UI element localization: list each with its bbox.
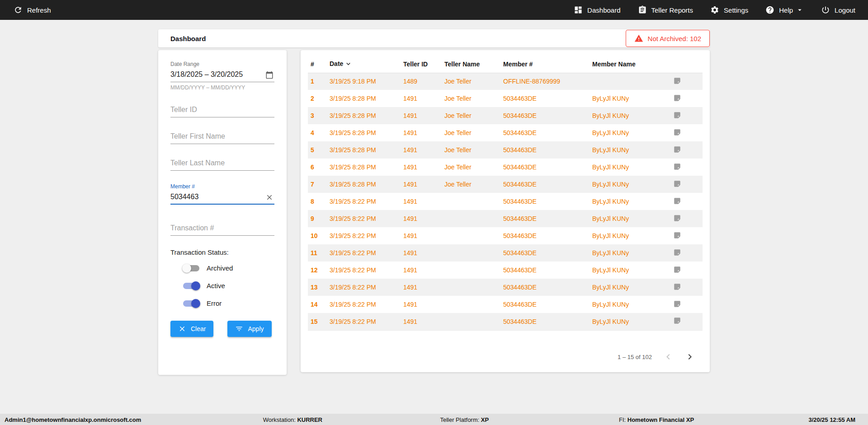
transaction-number-input[interactable] (170, 222, 274, 236)
note-icon[interactable] (673, 248, 681, 257)
teller-first-name-input[interactable] (170, 130, 274, 144)
archived-switch[interactable] (183, 265, 199, 271)
apply-button[interactable]: Apply (227, 321, 271, 337)
table-row[interactable]: 53/19/25 8:28 PM1491Joe Teller5034463DEB… (308, 141, 703, 159)
cell-teller-name: Joe Teller (441, 159, 500, 176)
col-actions (670, 56, 703, 73)
nav-help[interactable]: Help (765, 5, 804, 14)
table-row[interactable]: 133/19/25 8:22 PM14915034463DEByLyJl KUN… (308, 279, 703, 296)
col-member-number[interactable]: Member # (500, 56, 589, 73)
row-number: 6 (308, 159, 326, 176)
topbar-nav: Dashboard Teller Reports Settings Help L… (574, 5, 855, 14)
table-row[interactable]: 83/19/25 8:22 PM14915034463DEByLyJl KUNy (308, 193, 703, 210)
note-icon[interactable] (673, 111, 681, 119)
note-icon[interactable] (673, 94, 681, 102)
toggle-error[interactable]: Error (183, 299, 274, 307)
cell-note (670, 193, 703, 210)
cell-note (670, 296, 703, 313)
note-icon[interactable] (673, 197, 681, 205)
cell-member-number: 5034463DE (500, 227, 589, 244)
cell-member-number: 5034463DE (500, 262, 589, 279)
cell-date: 3/19/25 9:18 PM (326, 73, 400, 90)
note-icon[interactable] (673, 300, 681, 308)
nav-settings[interactable]: Settings (710, 5, 748, 14)
table-row[interactable]: 143/19/25 8:22 PM14915034463DEByLyJl KUN… (308, 296, 703, 313)
note-icon[interactable] (673, 231, 681, 239)
cell-teller-name: Joe Teller (441, 141, 500, 159)
switch-thumb (191, 299, 200, 308)
cell-member-name: ByLyJl KUNy (589, 313, 670, 330)
cell-date: 3/19/25 8:22 PM (326, 227, 400, 244)
clear-icon (178, 325, 186, 333)
teller-last-name-input[interactable] (170, 157, 274, 171)
error-switch[interactable] (183, 300, 199, 307)
table-row[interactable]: 103/19/25 8:22 PM14915034463DEByLyJl KUN… (308, 227, 703, 244)
cell-teller-name (441, 279, 500, 296)
note-icon[interactable] (673, 317, 681, 325)
table-row[interactable]: 43/19/25 8:28 PM1491Joe Teller5034463DEB… (308, 124, 703, 141)
not-archived-badge[interactable]: Not Archived: 102 (626, 30, 710, 47)
toggle-archived[interactable]: Archived (183, 264, 274, 272)
cell-teller-id: 1491 (400, 279, 441, 296)
col-date[interactable]: Date (326, 56, 400, 73)
nav-teller-reports[interactable]: Teller Reports (638, 5, 693, 14)
date-range-input[interactable] (170, 68, 274, 82)
table-row[interactable]: 63/19/25 8:28 PM1491Joe Teller5034463DEB… (308, 159, 703, 176)
note-icon[interactable] (673, 77, 681, 85)
transactions-table: # Date Teller ID Teller Name Member # Me… (308, 56, 703, 331)
col-member-name[interactable]: Member Name (589, 56, 670, 73)
pagination-range: 1 – 15 of 102 (618, 354, 652, 360)
fi-label: FI: (619, 416, 626, 423)
row-number: 1 (308, 73, 326, 90)
note-icon[interactable] (673, 128, 681, 136)
table-row[interactable]: 23/19/25 8:28 PM1491Joe Teller5034463DEB… (308, 90, 703, 107)
cell-teller-name (441, 262, 500, 279)
platform-value: XP (481, 416, 489, 423)
financial-institution: FI: Hometown Financial XP (619, 416, 694, 423)
table-row[interactable]: 33/19/25 8:28 PM1491Joe Teller5034463DEB… (308, 107, 703, 124)
cell-teller-id: 1491 (400, 90, 441, 107)
row-number: 11 (308, 244, 326, 262)
cell-member-name: ByLyJl KUNy (589, 141, 670, 159)
table-row[interactable]: 153/19/25 8:22 PM14915034463DEByLyJl KUN… (308, 313, 703, 330)
note-icon[interactable] (673, 214, 681, 222)
note-icon[interactable] (673, 163, 681, 171)
cell-member-number: 5034463DE (500, 90, 589, 107)
member-number-input[interactable] (170, 191, 274, 205)
note-icon[interactable] (673, 145, 681, 154)
cell-teller-id: 1491 (400, 313, 441, 330)
cell-note (670, 176, 703, 193)
col-number[interactable]: # (308, 56, 326, 73)
note-icon[interactable] (673, 266, 681, 274)
col-teller-id[interactable]: Teller ID (400, 56, 441, 73)
cell-teller-name: Joe Teller (441, 124, 500, 141)
clear-button[interactable]: Clear (170, 321, 213, 337)
next-page-icon[interactable] (684, 351, 695, 362)
workstation-value: KURRER (297, 416, 322, 423)
cell-teller-name: Joe Teller (441, 176, 500, 193)
active-switch[interactable] (183, 283, 199, 289)
cell-note (670, 279, 703, 296)
teller-last-name-field (170, 157, 274, 171)
teller-id-input[interactable] (170, 103, 274, 117)
table-row[interactable]: 13/19/25 9:18 PM1489Joe TellerOFFLINE-88… (308, 73, 703, 90)
cell-teller-name (441, 227, 500, 244)
calendar-icon[interactable] (265, 71, 274, 79)
previous-page-icon[interactable] (663, 351, 674, 362)
cell-member-number: OFFLINE-88769999 (500, 73, 589, 90)
refresh-button[interactable]: Refresh (14, 5, 51, 14)
table-row[interactable]: 113/19/25 8:22 PM14915034463DEByLyJl KUN… (308, 244, 703, 262)
toggle-active[interactable]: Active (183, 282, 274, 290)
note-icon[interactable] (673, 283, 681, 291)
nav-logout[interactable]: Logout (821, 5, 855, 14)
note-icon[interactable] (673, 180, 681, 188)
filter-panel: Date Range MM/DD/YYYY – MM/DD/YYYY (158, 50, 287, 375)
close-icon[interactable] (265, 193, 274, 201)
col-teller-name[interactable]: Teller Name (441, 56, 500, 73)
table-row[interactable]: 123/19/25 8:22 PM14915034463DEByLyJl KUN… (308, 262, 703, 279)
cell-member-number: 5034463DE (500, 176, 589, 193)
refresh-icon (14, 5, 23, 14)
nav-dashboard[interactable]: Dashboard (574, 5, 620, 14)
table-row[interactable]: 93/19/25 8:22 PM14915034463DEByLyJl KUNy (308, 210, 703, 227)
table-row[interactable]: 73/19/25 8:28 PM1491Joe Teller5034463DEB… (308, 176, 703, 193)
